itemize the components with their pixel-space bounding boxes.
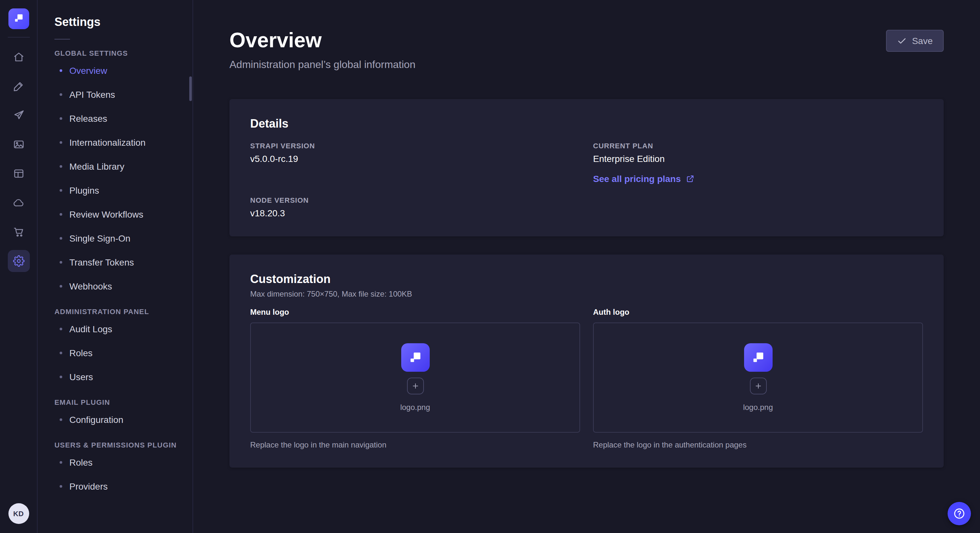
bullet-icon <box>60 461 62 463</box>
sidebar-item-single-sign-on[interactable]: Single Sign-On <box>54 226 186 250</box>
auth-logo-add-button[interactable] <box>749 378 767 394</box>
details-grid: STRAPI VERSION v5.0.0-rc.19 CURRENT PLAN… <box>250 142 923 218</box>
sidebar-item-label: Internationalization <box>69 137 145 148</box>
sidebar-item-label: API Tokens <box>69 89 115 99</box>
sidebar-item-audit-logs[interactable]: Audit Logs <box>54 317 186 341</box>
save-button-label: Save <box>912 36 933 46</box>
nav-divider <box>8 37 30 38</box>
sidebar-item-configuration[interactable]: Configuration <box>54 408 186 431</box>
question-mark-icon <box>953 507 966 520</box>
sidebar-item-label: Releases <box>69 113 107 124</box>
bullet-icon <box>60 141 62 143</box>
page-header: Overview Administration panel’s global i… <box>229 0 944 71</box>
home-icon[interactable] <box>8 46 30 68</box>
section-header-global-settings: GLOBAL SETTINGS <box>54 49 186 57</box>
current-plan-value: Enterprise Edition <box>593 154 923 164</box>
sidebar-item-plugins[interactable]: Plugins <box>54 178 186 202</box>
main-navigation: KD <box>0 0 38 533</box>
bullet-icon <box>60 117 62 119</box>
menu-logo-hint: Replace the logo in the main navigation <box>250 440 580 449</box>
sidebar-item-label: Roles <box>69 347 93 358</box>
strapi-version-field: STRAPI VERSION v5.0.0-rc.19 <box>250 142 580 185</box>
gear-icon[interactable] <box>8 250 30 272</box>
cloud-icon[interactable] <box>8 192 30 214</box>
app-root: KD Settings GLOBAL SETTINGS Overview API… <box>0 0 980 533</box>
menu-logo-preview <box>401 343 430 372</box>
section-header-email-plugin: EMAIL PLUGIN <box>54 398 186 406</box>
page-subtitle: Administration panel’s global informatio… <box>229 59 415 71</box>
sidebar-item-media-library[interactable]: Media Library <box>54 154 186 178</box>
node-version-field: NODE VERSION v18.20.3 <box>250 196 580 218</box>
scrollbar-thumb[interactable] <box>189 76 192 101</box>
sidebar-item-admin-roles[interactable]: Roles <box>54 341 186 365</box>
customization-card-title: Customization <box>250 273 923 286</box>
sidebar-item-internationalization[interactable]: Internationalization <box>54 130 186 154</box>
bullet-icon <box>60 165 62 167</box>
section-header-users-permissions-plugin: USERS & PERMISSIONS PLUGIN <box>54 441 186 449</box>
sidebar-item-label: Audit Logs <box>69 324 112 334</box>
layout-icon[interactable] <box>8 163 30 185</box>
strapi-version-value: v5.0.0-rc.19 <box>250 154 580 164</box>
auth-logo-preview <box>744 343 772 372</box>
paper-plane-icon[interactable] <box>8 104 30 126</box>
sidebar-item-label: Review Workflows <box>69 209 143 219</box>
sidebar-item-label: Single Sign-On <box>69 233 130 243</box>
sidebar-item-label: Roles <box>69 457 93 467</box>
strapi-logo-icon <box>12 11 25 26</box>
bullet-icon <box>60 418 62 420</box>
strapi-version-label: STRAPI VERSION <box>250 142 580 150</box>
bullet-icon <box>60 351 62 354</box>
sidebar-item-transfer-tokens[interactable]: Transfer Tokens <box>54 250 186 274</box>
settings-nav-title: Settings <box>54 16 186 29</box>
sidebar-item-overview[interactable]: Overview <box>54 58 186 82</box>
auth-logo-label: Auth logo <box>593 308 923 317</box>
customization-card-subtitle: Max dimension: 750×750, Max file size: 1… <box>250 289 923 298</box>
bullet-icon <box>60 93 62 95</box>
node-version-value: v18.20.3 <box>250 208 580 218</box>
strapi-logo-icon <box>749 349 767 366</box>
settings-nav: Settings GLOBAL SETTINGS Overview API To… <box>38 0 193 533</box>
strapi-logo-icon <box>407 349 423 366</box>
bullet-icon <box>60 285 62 287</box>
details-card: Details STRAPI VERSION v5.0.0-rc.19 CURR… <box>229 99 944 236</box>
menu-logo-filename: logo.png <box>400 403 430 412</box>
help-button[interactable] <box>948 502 971 525</box>
sidebar-item-releases[interactable]: Releases <box>54 106 186 130</box>
auth-logo-hint: Replace the logo in the authentication p… <box>593 440 923 449</box>
auth-logo-dropzone[interactable]: logo.png <box>593 322 923 433</box>
cart-icon[interactable] <box>8 221 30 243</box>
bullet-icon <box>60 69 62 71</box>
bullet-icon <box>60 213 62 215</box>
media-library-icon[interactable] <box>8 133 30 155</box>
current-plan-field: CURRENT PLAN Enterprise Edition See all … <box>593 142 923 185</box>
sidebar-item-label: Media Library <box>69 161 124 171</box>
pen-icon[interactable] <box>8 75 30 97</box>
bullet-icon <box>60 485 62 487</box>
sidebar-item-webhooks[interactable]: Webhooks <box>54 274 186 298</box>
sidebar-item-providers[interactable]: Providers <box>54 474 186 498</box>
nav-icon-list <box>8 46 30 272</box>
node-version-label: NODE VERSION <box>250 196 580 204</box>
save-button[interactable]: Save <box>886 30 944 52</box>
auth-logo-filename: logo.png <box>743 403 773 412</box>
page-title: Overview <box>229 29 415 52</box>
sidebar-item-label: Providers <box>69 481 108 491</box>
menu-logo-dropzone[interactable]: logo.png <box>250 322 580 433</box>
customization-card: Customization Max dimension: 750×750, Ma… <box>229 254 944 468</box>
pricing-plans-link[interactable]: See all pricing plans <box>593 174 695 184</box>
sidebar-item-up-roles[interactable]: Roles <box>54 450 186 474</box>
sidebar-item-api-tokens[interactable]: API Tokens <box>54 82 186 106</box>
sidebar-item-label: Plugins <box>69 185 99 195</box>
strapi-logo[interactable] <box>8 8 29 29</box>
pricing-plans-link-label: See all pricing plans <box>593 174 681 184</box>
bullet-icon <box>60 189 62 191</box>
bullet-icon <box>60 261 62 263</box>
check-icon <box>897 36 907 46</box>
sidebar-item-review-workflows[interactable]: Review Workflows <box>54 202 186 226</box>
menu-logo-field: Menu logo logo.png <box>250 308 580 449</box>
plus-icon <box>754 381 762 390</box>
menu-logo-add-button[interactable] <box>407 378 423 394</box>
sidebar-item-users[interactable]: Users <box>54 365 186 389</box>
avatar[interactable]: KD <box>8 503 29 524</box>
sidebar-item-label: Transfer Tokens <box>69 257 134 267</box>
